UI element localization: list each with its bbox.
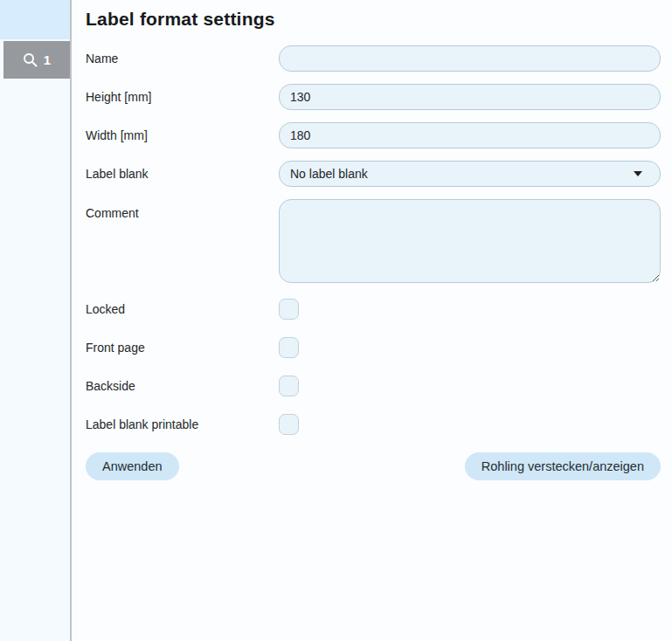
settings-panel: Label format settings Name Height [mm] W… [72, 0, 672, 641]
locked-label: Locked [86, 302, 279, 316]
label-blank-printable-label: Label blank printable [86, 417, 279, 431]
name-input[interactable] [279, 45, 661, 72]
label-blank-label: Label blank [86, 167, 279, 181]
form-row-name: Name [86, 45, 661, 72]
width-label: Width [mm] [86, 128, 279, 142]
height-input[interactable] [279, 84, 661, 110]
form-row-height: Height [mm] [86, 84, 661, 110]
comment-textarea[interactable] [279, 199, 661, 283]
label-blank-select[interactable]: No label blank [279, 161, 661, 187]
button-row: Anwenden Rohling verstecken/anzeigen [86, 452, 661, 480]
form-row-backside: Backside [86, 376, 661, 396]
sidebar-top-block [0, 0, 70, 39]
backside-checkbox[interactable] [279, 376, 299, 396]
label-blank-selected-value: No label blank [290, 167, 368, 181]
left-sidebar: 1 [0, 0, 72, 641]
label-format-form: Name Height [mm] Width [mm] Label blank … [86, 45, 661, 480]
form-row-label-blank-printable: Label blank printable [86, 414, 661, 435]
name-label: Name [86, 52, 279, 65]
search-tab-count: 1 [44, 52, 51, 67]
apply-button[interactable]: Anwenden [86, 452, 179, 480]
front-page-label: Front page [86, 341, 279, 355]
form-row-front-page: Front page [86, 337, 661, 358]
width-input[interactable] [279, 122, 661, 148]
height-label: Height [mm] [86, 90, 279, 104]
form-row-width: Width [mm] [86, 122, 661, 148]
form-row-label-blank: Label blank No label blank [86, 161, 661, 187]
chevron-down-icon [634, 171, 642, 176]
locked-checkbox[interactable] [279, 299, 299, 320]
comment-label: Comment [86, 199, 279, 220]
backside-label: Backside [86, 379, 279, 393]
front-page-checkbox[interactable] [279, 337, 299, 358]
page-title: Label format settings [86, 9, 661, 30]
search-results-tab[interactable]: 1 [3, 41, 70, 79]
form-row-comment: Comment [86, 199, 661, 283]
label-blank-printable-checkbox[interactable] [279, 414, 299, 435]
form-row-locked: Locked [86, 299, 661, 320]
search-icon [23, 52, 38, 67]
toggle-blank-button[interactable]: Rohling verstecken/anzeigen [465, 452, 661, 480]
